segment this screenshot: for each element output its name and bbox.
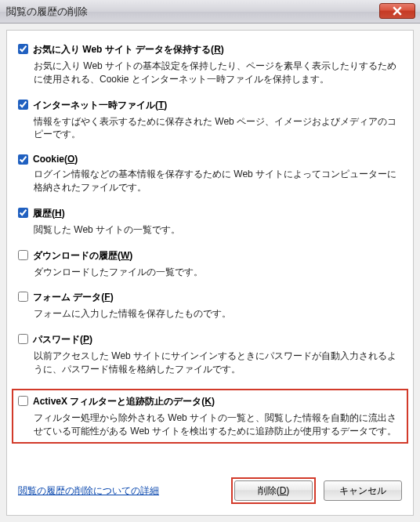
label-favorites: お気に入り Web サイト データを保持する(R) <box>33 43 224 56</box>
checkbox-form[interactable] <box>18 292 28 302</box>
desc-temp-files: 情報をすばやく表示するために保存された Web ページ、イメージおよびメディアの… <box>34 115 402 142</box>
label-form: フォーム データ(F) <box>33 291 114 304</box>
checkbox-history[interactable] <box>18 208 28 218</box>
close-icon <box>393 6 402 16</box>
label-history: 履歴(H) <box>33 207 65 220</box>
delete-button[interactable]: 削除(D) <box>234 480 313 501</box>
window-title: 閲覧の履歴の削除 <box>6 5 88 19</box>
titlebar: 閲覧の履歴の削除 <box>0 0 420 24</box>
checkbox-download[interactable] <box>18 250 28 260</box>
dialog-footer: 閲覧の履歴の削除についての詳細 削除(D) キャンセル <box>18 463 402 504</box>
checkbox-password[interactable] <box>18 334 28 344</box>
checkbox-temp-files[interactable] <box>18 100 28 110</box>
checkbox-cookie[interactable] <box>18 154 28 165</box>
label-activex: ActiveX フィルターと追跡防止のデータ(K) <box>33 395 215 408</box>
option-cookie: Cookie(O) ログイン情報などの基本情報を保存するために Web サイトに… <box>18 154 402 194</box>
desc-cookie: ログイン情報などの基本情報を保存するために Web サイトによってコンピューター… <box>34 168 402 194</box>
label-cookie: Cookie(O) <box>33 154 78 165</box>
option-activex: ActiveX フィルターと追跡防止のデータ(K) フィルター処理から除外される… <box>12 389 408 444</box>
option-temp-files: インターネット一時ファイル(T) 情報をすばやく表示するために保存された Web… <box>18 99 402 142</box>
desc-activex: フィルター処理から除外される Web サイトの一覧と、閲覧した情報を自動的に流出… <box>34 411 402 438</box>
about-link[interactable]: 閲覧の履歴の削除についての詳細 <box>18 484 159 498</box>
options-list: お気に入り Web サイト データを保持する(R) お気に入り Web サイトの… <box>18 43 402 463</box>
close-button[interactable] <box>379 3 415 19</box>
dialog-window: 閲覧の履歴の削除 お気に入り Web サイト データを保持する(R) お気に入り… <box>0 0 420 522</box>
dialog-content: お気に入り Web サイト データを保持する(R) お気に入り Web サイトの… <box>6 30 414 516</box>
option-favorites: お気に入り Web サイト データを保持する(R) お気に入り Web サイトの… <box>18 43 402 86</box>
checkbox-activex[interactable] <box>18 396 28 406</box>
desc-form: フォームに入力した情報を保存したものです。 <box>34 307 402 321</box>
desc-history: 閲覧した Web サイトの一覧です。 <box>34 223 402 237</box>
label-download: ダウンロードの履歴(W) <box>33 249 132 263</box>
desc-password: 以前アクセスした Web サイトにサインインするときにパスワードが自動入力される… <box>34 350 402 376</box>
desc-favorites: お気に入り Web サイトの基本設定を保持したり、ページを素早く表示したりするた… <box>34 60 402 86</box>
option-password: パスワード(P) 以前アクセスした Web サイトにサインインするときにパスワー… <box>18 333 402 376</box>
desc-download: ダウンロードしたファイルの一覧です。 <box>34 266 402 279</box>
checkbox-favorites[interactable] <box>18 44 28 54</box>
option-form: フォーム データ(F) フォームに入力した情報を保存したものです。 <box>18 291 402 321</box>
label-temp-files: インターネット一時ファイル(T) <box>33 99 167 112</box>
delete-button-highlight: 削除(D) <box>231 477 316 504</box>
option-download: ダウンロードの履歴(W) ダウンロードしたファイルの一覧です。 <box>18 249 402 279</box>
label-password: パスワード(P) <box>33 333 92 346</box>
cancel-button[interactable]: キャンセル <box>324 480 402 501</box>
option-history: 履歴(H) 閲覧した Web サイトの一覧です。 <box>18 207 402 237</box>
